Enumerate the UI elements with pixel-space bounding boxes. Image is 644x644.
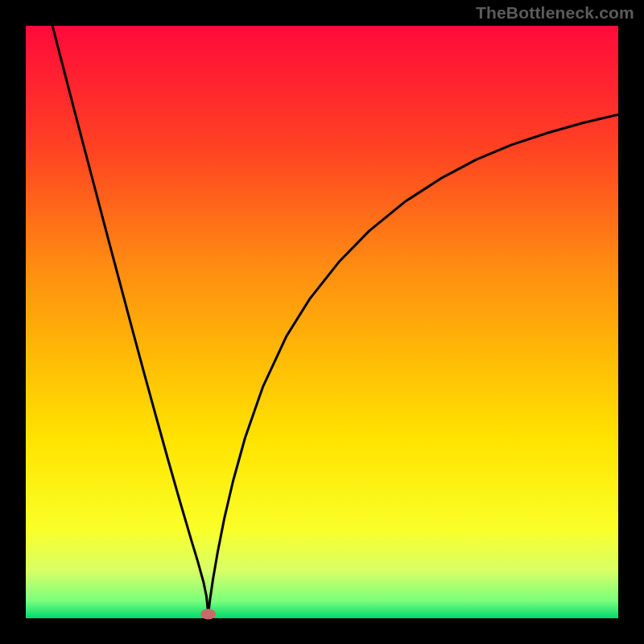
- plot-background: [26, 26, 618, 618]
- optimal-point-marker: [200, 609, 216, 619]
- bottleneck-chart: [0, 0, 644, 644]
- watermark-text: TheBottleneck.com: [476, 3, 634, 23]
- chart-container: TheBottleneck.com: [0, 0, 644, 644]
